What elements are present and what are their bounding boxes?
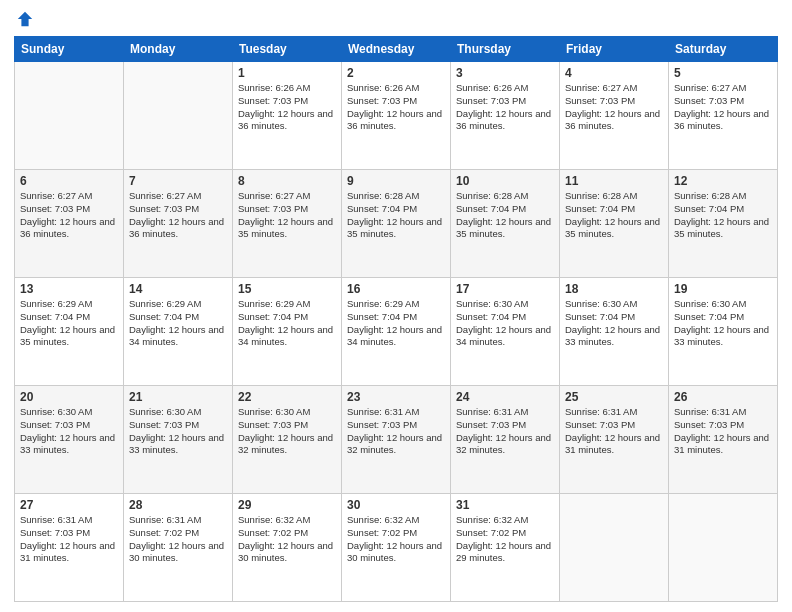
calendar-cell: 17Sunrise: 6:30 AM Sunset: 7:04 PM Dayli…	[451, 278, 560, 386]
day-number: 24	[456, 390, 554, 404]
calendar-body: 1Sunrise: 6:26 AM Sunset: 7:03 PM Daylig…	[15, 62, 778, 602]
day-info: Sunrise: 6:26 AM Sunset: 7:03 PM Dayligh…	[238, 82, 336, 133]
day-number: 10	[456, 174, 554, 188]
calendar-cell: 13Sunrise: 6:29 AM Sunset: 7:04 PM Dayli…	[15, 278, 124, 386]
day-info: Sunrise: 6:27 AM Sunset: 7:03 PM Dayligh…	[20, 190, 118, 241]
day-info: Sunrise: 6:28 AM Sunset: 7:04 PM Dayligh…	[347, 190, 445, 241]
day-number: 29	[238, 498, 336, 512]
day-info: Sunrise: 6:27 AM Sunset: 7:03 PM Dayligh…	[565, 82, 663, 133]
calendar-cell: 6Sunrise: 6:27 AM Sunset: 7:03 PM Daylig…	[15, 170, 124, 278]
day-number: 18	[565, 282, 663, 296]
calendar-cell: 4Sunrise: 6:27 AM Sunset: 7:03 PM Daylig…	[560, 62, 669, 170]
day-header-friday: Friday	[560, 37, 669, 62]
calendar-cell	[124, 62, 233, 170]
day-number: 23	[347, 390, 445, 404]
day-info: Sunrise: 6:32 AM Sunset: 7:02 PM Dayligh…	[238, 514, 336, 565]
day-number: 7	[129, 174, 227, 188]
day-info: Sunrise: 6:31 AM Sunset: 7:03 PM Dayligh…	[674, 406, 772, 457]
day-header-monday: Monday	[124, 37, 233, 62]
week-row-3: 13Sunrise: 6:29 AM Sunset: 7:04 PM Dayli…	[15, 278, 778, 386]
day-number: 25	[565, 390, 663, 404]
calendar-cell: 9Sunrise: 6:28 AM Sunset: 7:04 PM Daylig…	[342, 170, 451, 278]
day-number: 22	[238, 390, 336, 404]
day-header-tuesday: Tuesday	[233, 37, 342, 62]
day-number: 16	[347, 282, 445, 296]
day-info: Sunrise: 6:26 AM Sunset: 7:03 PM Dayligh…	[456, 82, 554, 133]
day-number: 19	[674, 282, 772, 296]
day-info: Sunrise: 6:29 AM Sunset: 7:04 PM Dayligh…	[347, 298, 445, 349]
day-info: Sunrise: 6:31 AM Sunset: 7:03 PM Dayligh…	[565, 406, 663, 457]
day-number: 2	[347, 66, 445, 80]
calendar-cell: 20Sunrise: 6:30 AM Sunset: 7:03 PM Dayli…	[15, 386, 124, 494]
day-number: 31	[456, 498, 554, 512]
calendar-cell: 24Sunrise: 6:31 AM Sunset: 7:03 PM Dayli…	[451, 386, 560, 494]
day-number: 27	[20, 498, 118, 512]
calendar-header: SundayMondayTuesdayWednesdayThursdayFrid…	[15, 37, 778, 62]
day-info: Sunrise: 6:30 AM Sunset: 7:04 PM Dayligh…	[456, 298, 554, 349]
day-info: Sunrise: 6:30 AM Sunset: 7:04 PM Dayligh…	[674, 298, 772, 349]
day-number: 13	[20, 282, 118, 296]
day-number: 15	[238, 282, 336, 296]
calendar-cell: 22Sunrise: 6:30 AM Sunset: 7:03 PM Dayli…	[233, 386, 342, 494]
calendar-cell: 23Sunrise: 6:31 AM Sunset: 7:03 PM Dayli…	[342, 386, 451, 494]
calendar-cell: 26Sunrise: 6:31 AM Sunset: 7:03 PM Dayli…	[669, 386, 778, 494]
day-number: 1	[238, 66, 336, 80]
calendar-cell: 30Sunrise: 6:32 AM Sunset: 7:02 PM Dayli…	[342, 494, 451, 602]
calendar-cell: 28Sunrise: 6:31 AM Sunset: 7:02 PM Dayli…	[124, 494, 233, 602]
day-header-row: SundayMondayTuesdayWednesdayThursdayFrid…	[15, 37, 778, 62]
day-info: Sunrise: 6:29 AM Sunset: 7:04 PM Dayligh…	[129, 298, 227, 349]
calendar-cell: 2Sunrise: 6:26 AM Sunset: 7:03 PM Daylig…	[342, 62, 451, 170]
day-number: 9	[347, 174, 445, 188]
calendar-cell: 11Sunrise: 6:28 AM Sunset: 7:04 PM Dayli…	[560, 170, 669, 278]
calendar-cell: 15Sunrise: 6:29 AM Sunset: 7:04 PM Dayli…	[233, 278, 342, 386]
calendar-cell: 5Sunrise: 6:27 AM Sunset: 7:03 PM Daylig…	[669, 62, 778, 170]
calendar-cell: 14Sunrise: 6:29 AM Sunset: 7:04 PM Dayli…	[124, 278, 233, 386]
day-info: Sunrise: 6:31 AM Sunset: 7:03 PM Dayligh…	[347, 406, 445, 457]
day-header-wednesday: Wednesday	[342, 37, 451, 62]
week-row-1: 1Sunrise: 6:26 AM Sunset: 7:03 PM Daylig…	[15, 62, 778, 170]
day-info: Sunrise: 6:30 AM Sunset: 7:04 PM Dayligh…	[565, 298, 663, 349]
day-number: 4	[565, 66, 663, 80]
calendar-cell: 19Sunrise: 6:30 AM Sunset: 7:04 PM Dayli…	[669, 278, 778, 386]
week-row-4: 20Sunrise: 6:30 AM Sunset: 7:03 PM Dayli…	[15, 386, 778, 494]
calendar-cell: 21Sunrise: 6:30 AM Sunset: 7:03 PM Dayli…	[124, 386, 233, 494]
day-info: Sunrise: 6:28 AM Sunset: 7:04 PM Dayligh…	[456, 190, 554, 241]
day-info: Sunrise: 6:27 AM Sunset: 7:03 PM Dayligh…	[129, 190, 227, 241]
calendar-table: SundayMondayTuesdayWednesdayThursdayFrid…	[14, 36, 778, 602]
day-number: 11	[565, 174, 663, 188]
day-info: Sunrise: 6:31 AM Sunset: 7:02 PM Dayligh…	[129, 514, 227, 565]
calendar-cell: 3Sunrise: 6:26 AM Sunset: 7:03 PM Daylig…	[451, 62, 560, 170]
svg-marker-0	[18, 12, 32, 26]
day-info: Sunrise: 6:27 AM Sunset: 7:03 PM Dayligh…	[238, 190, 336, 241]
day-info: Sunrise: 6:30 AM Sunset: 7:03 PM Dayligh…	[238, 406, 336, 457]
day-info: Sunrise: 6:28 AM Sunset: 7:04 PM Dayligh…	[565, 190, 663, 241]
day-info: Sunrise: 6:29 AM Sunset: 7:04 PM Dayligh…	[238, 298, 336, 349]
calendar-cell: 29Sunrise: 6:32 AM Sunset: 7:02 PM Dayli…	[233, 494, 342, 602]
logo	[14, 10, 34, 28]
calendar-cell: 12Sunrise: 6:28 AM Sunset: 7:04 PM Dayli…	[669, 170, 778, 278]
day-number: 6	[20, 174, 118, 188]
day-info: Sunrise: 6:30 AM Sunset: 7:03 PM Dayligh…	[129, 406, 227, 457]
day-number: 20	[20, 390, 118, 404]
day-number: 30	[347, 498, 445, 512]
day-info: Sunrise: 6:27 AM Sunset: 7:03 PM Dayligh…	[674, 82, 772, 133]
calendar-cell	[669, 494, 778, 602]
day-number: 3	[456, 66, 554, 80]
page: SundayMondayTuesdayWednesdayThursdayFrid…	[0, 0, 792, 612]
day-header-thursday: Thursday	[451, 37, 560, 62]
calendar-cell: 27Sunrise: 6:31 AM Sunset: 7:03 PM Dayli…	[15, 494, 124, 602]
calendar-cell: 10Sunrise: 6:28 AM Sunset: 7:04 PM Dayli…	[451, 170, 560, 278]
calendar-cell: 16Sunrise: 6:29 AM Sunset: 7:04 PM Dayli…	[342, 278, 451, 386]
day-number: 26	[674, 390, 772, 404]
day-info: Sunrise: 6:28 AM Sunset: 7:04 PM Dayligh…	[674, 190, 772, 241]
calendar-cell: 31Sunrise: 6:32 AM Sunset: 7:02 PM Dayli…	[451, 494, 560, 602]
day-number: 8	[238, 174, 336, 188]
day-info: Sunrise: 6:31 AM Sunset: 7:03 PM Dayligh…	[456, 406, 554, 457]
calendar-cell: 1Sunrise: 6:26 AM Sunset: 7:03 PM Daylig…	[233, 62, 342, 170]
week-row-5: 27Sunrise: 6:31 AM Sunset: 7:03 PM Dayli…	[15, 494, 778, 602]
day-header-sunday: Sunday	[15, 37, 124, 62]
calendar-cell: 18Sunrise: 6:30 AM Sunset: 7:04 PM Dayli…	[560, 278, 669, 386]
header	[14, 10, 778, 28]
week-row-2: 6Sunrise: 6:27 AM Sunset: 7:03 PM Daylig…	[15, 170, 778, 278]
calendar-cell: 25Sunrise: 6:31 AM Sunset: 7:03 PM Dayli…	[560, 386, 669, 494]
